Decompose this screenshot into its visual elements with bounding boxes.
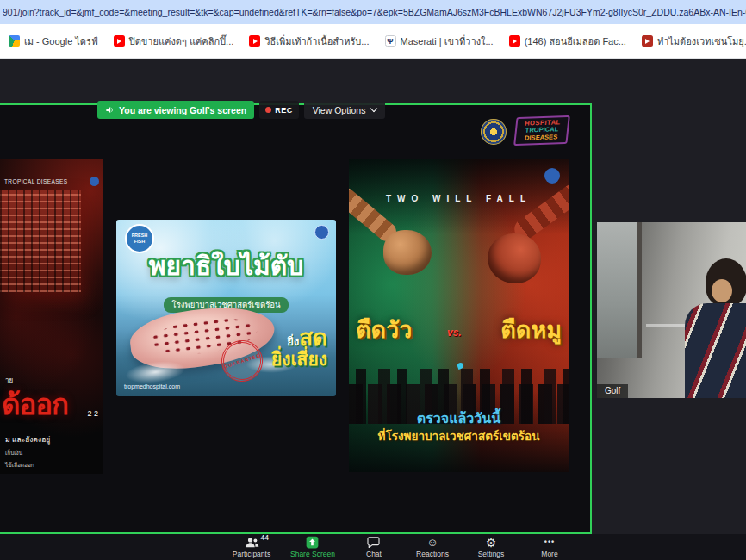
speaker-icon	[105, 105, 115, 115]
bookmark-item[interactable]: ปิดขายแค่งดๆ แค่คลิกปิ๊...	[114, 34, 234, 49]
view-options-label: View Options	[313, 105, 366, 115]
settings-label: Settings	[478, 550, 505, 558]
share-screen-label: Share Screen	[290, 550, 335, 558]
poster-vs-right-name: ตืดหมู	[500, 311, 562, 348]
poster-dengue-small-text: เก็บเงิน	[5, 449, 22, 457]
poster-dengue-line: ม และยังคงอยู่	[5, 433, 50, 445]
participant-face	[712, 279, 732, 302]
smiley-icon: ☺	[426, 536, 438, 549]
hospital-building-image	[0, 190, 81, 292]
participant-video-tile[interactable]: Golf	[597, 222, 746, 398]
youtube-icon	[114, 35, 125, 47]
chat-icon	[367, 537, 380, 548]
zoom-meeting-window: TROPICAL DISEASES าย ด้ออก 2 2 ม และยังค…	[0, 59, 746, 560]
poster-dengue-header: TROPICAL DISEASES	[4, 177, 99, 186]
poster-fluke-tagline: ยิ่งสด ยิ่งเสี่ยง	[271, 327, 327, 369]
hospital-logo-icon	[314, 225, 329, 240]
bookmarks-bar: เม - Google ไดรฟ์ ปิดขายแค่งดๆ แค่คลิกปิ…	[0, 24, 746, 59]
poster-vs-left-name: ตืดวัว	[356, 311, 412, 348]
fresh-fish-logo-text: FRESH	[132, 233, 148, 239]
more-button[interactable]: ••• More	[530, 536, 569, 558]
poster-dengue-small-text: ไข้เลือดออก	[5, 461, 34, 470]
chat-button[interactable]: Chat	[354, 536, 394, 558]
participant-body	[685, 303, 746, 398]
tagline-prefix: ยิ่ง	[287, 335, 299, 348]
viewing-screen-pill: You are viewing Golf's screen	[97, 101, 254, 119]
screen-share-banner: You are viewing Golf's screen REC View O…	[97, 101, 385, 119]
bookmark-item[interactable]: Maserati | เขาที่วางใ...	[385, 34, 494, 49]
shared-screen-viewport: TROPICAL DISEASES าย ด้ออก 2 2 ม และยังค…	[0, 103, 592, 534]
tagline-word: สด	[299, 325, 327, 351]
tagline-line2: ยิ่งเสี่ยง	[271, 350, 327, 369]
hospital-logo-icon	[90, 177, 99, 186]
bookmark-label: วิธีเพิ่มเท้าก้าเนื้อสำหรับ...	[264, 34, 369, 49]
chevron-down-icon	[370, 105, 377, 112]
viewing-screen-text: You are viewing Golf's screen	[119, 105, 246, 115]
url-text: 901/join?track_id=&jmf_code=&meeting_res…	[0, 0, 746, 24]
gear-icon: ⚙	[486, 536, 497, 549]
poster-tapeworm-vs: TWO WILL FALL ตืดวัว vs. ตืดหมู ตรวจแล้ว…	[349, 159, 569, 472]
hospital-logo-icon	[544, 168, 560, 184]
share-screen-button[interactable]: Share Screen	[290, 536, 335, 558]
video-icon	[642, 35, 653, 47]
participants-button[interactable]: 44 Participants	[232, 536, 271, 558]
mahidol-university-emblem	[481, 119, 507, 145]
poster-fluke-website: tropmedhospital.com	[124, 383, 180, 389]
bookmark-item[interactable]: วิธีเพิ่มเท้าก้าเนื้อสำหรับ...	[249, 34, 369, 49]
poster-vs-vs: vs.	[447, 327, 462, 339]
poster-dengue: TROPICAL DISEASES าย ด้ออก 2 2 ม และยังค…	[0, 159, 103, 474]
google-drive-icon	[9, 35, 20, 47]
recording-indicator: REC	[259, 101, 299, 119]
share-screen-icon	[306, 536, 319, 549]
participants-icon	[245, 537, 259, 548]
participants-label: Participants	[233, 550, 270, 558]
room-window	[597, 222, 642, 358]
view-options-button[interactable]: View Options	[304, 101, 386, 119]
youtube-icon	[509, 35, 520, 47]
settings-button[interactable]: ⚙ Settings	[471, 536, 511, 558]
hospital-logo-line: DISEASES	[519, 134, 564, 142]
bookmark-label: Maserati | เขาที่วางใ...	[401, 34, 494, 49]
tapeworm-fist-left	[383, 230, 432, 275]
fresh-fish-logo-text: FISH	[134, 239, 146, 245]
bookmark-label: (146) สอนอีเมลอด Fac...	[525, 34, 626, 49]
reactions-button[interactable]: ☺ Reactions	[413, 536, 452, 558]
poster-dengue-year: 2 2	[87, 409, 98, 418]
youtube-icon	[249, 35, 260, 47]
address-bar[interactable]: 901/join?track_id=&jmf_code=&meeting_res…	[0, 0, 746, 24]
chat-label: Chat	[366, 550, 382, 558]
rec-label: REC	[275, 106, 293, 115]
meeting-toolbar: 44 Participants Share Screen Chat ☺ Reac…	[0, 534, 746, 560]
poster-vs-cta-line2: ที่โรงพยาบาลเวชศาสตร์เขตร้อน	[349, 426, 569, 445]
more-label: More	[541, 550, 557, 558]
bookmark-label: เม - Google ไดรฟ์	[24, 34, 98, 49]
tapeworm-fist-right	[488, 233, 541, 283]
poster-fluke-title: พยาธิใบไม้ตับ	[116, 246, 336, 286]
bookmark-label: ปิดขายแค่งดๆ แค่คลิกปิ๊...	[129, 34, 234, 49]
hospital-tropical-diseases-logo: HOSPITAL TROPICAL DISEASES	[513, 115, 570, 146]
record-dot-icon	[265, 107, 271, 113]
bookmark-label: ทำไมต้องเวทเซนโมยุ...	[657, 34, 746, 49]
bookmark-item[interactable]: ทำไมต้องเวทเซนโมยุ...	[642, 34, 746, 49]
ellipsis-icon: •••	[544, 536, 555, 549]
reactions-label: Reactions	[416, 550, 449, 558]
poster-dengue-header-text: TROPICAL DISEASES	[4, 178, 67, 184]
participant-name-tag: Golf	[597, 384, 628, 398]
poster-dengue-title: ด้ออก	[2, 382, 103, 427]
poster-liver-fluke: FRESH FISH พยาธิใบไม้ตับ โรงพยาบาลเวชศาส…	[116, 220, 336, 396]
poster-vs-top-text: TWO WILL FALL	[349, 194, 569, 203]
bookmark-item[interactable]: เม - Google ไดรฟ์	[9, 34, 98, 49]
participants-count-badge: 44	[261, 534, 269, 542]
maserati-icon	[385, 35, 396, 47]
bookmark-item[interactable]: (146) สอนอีเมลอด Fac...	[509, 34, 626, 49]
